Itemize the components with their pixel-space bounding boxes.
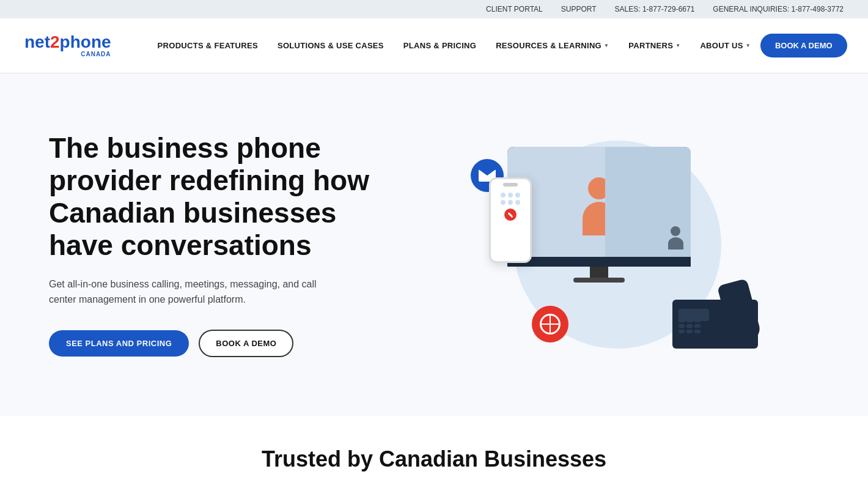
nav-links: PRODUCTS & FEATURES SOLUTIONS & USE CASE… bbox=[148, 35, 760, 56]
phone-end-call bbox=[504, 209, 517, 221]
logo-2: 2 bbox=[50, 32, 60, 51]
logo-phone: phone bbox=[60, 32, 111, 51]
desk-phone bbox=[672, 281, 758, 349]
nav-plans[interactable]: PLANS & PRICING bbox=[394, 35, 486, 56]
trusted-title: Trusted by Canadian Businesses bbox=[24, 446, 844, 472]
chevron-down-icon: ▼ bbox=[746, 43, 751, 48]
inquiries-link[interactable]: GENERAL INQUIRIES: 1-877-498-3772 bbox=[713, 5, 844, 13]
phone-dot bbox=[515, 200, 520, 205]
dp-key bbox=[679, 324, 685, 328]
phone-row-2 bbox=[495, 200, 526, 205]
hero-illustration bbox=[391, 116, 844, 373]
dp-base bbox=[672, 300, 758, 349]
support-link[interactable]: SUPPORT bbox=[561, 5, 597, 13]
monitor-foot bbox=[573, 278, 625, 283]
dp-key bbox=[679, 319, 685, 322]
dp-key bbox=[694, 324, 701, 328]
phone-dot bbox=[501, 200, 506, 205]
hero-subtitle: Get all-in-one business calling, meeting… bbox=[49, 276, 342, 308]
dp-key bbox=[694, 319, 701, 322]
monitor-stand bbox=[590, 267, 608, 279]
hero-content: The business phone provider redefining h… bbox=[49, 132, 391, 357]
see-plans-button[interactable]: SEE PLANS AND PRICING bbox=[49, 330, 189, 357]
chevron-down-icon: ▼ bbox=[675, 43, 680, 48]
dp-key bbox=[686, 319, 693, 322]
dp-key bbox=[679, 330, 685, 333]
hero-buttons: SEE PLANS AND PRICING BOOK A DEMO bbox=[49, 330, 391, 357]
phone-row bbox=[495, 193, 526, 198]
small-person bbox=[666, 226, 685, 251]
dp-key bbox=[694, 330, 701, 333]
dp-key bbox=[686, 324, 693, 328]
phone-dot bbox=[501, 193, 506, 198]
monitor-screen bbox=[507, 147, 691, 257]
navbar: net2phone CANADA PRODUCTS & FEATURES SOL… bbox=[0, 18, 868, 73]
mobile-phone bbox=[489, 177, 532, 263]
nav-partners[interactable]: PARTNERS ▼ bbox=[619, 35, 690, 56]
nav-book-demo-button[interactable]: BOOK A DEMO bbox=[760, 34, 847, 57]
top-bar: CLIENT PORTAL SUPPORT SALES: 1-877-729-6… bbox=[0, 0, 868, 18]
hero-title: The business phone provider redefining h… bbox=[49, 132, 391, 262]
trusted-section: Trusted by Canadian Businesses bbox=[0, 416, 868, 477]
logo-canada: CANADA bbox=[26, 51, 111, 57]
globe-bubble bbox=[532, 306, 568, 342]
nav-solutions[interactable]: SOLUTIONS & USE CASES bbox=[268, 35, 394, 56]
nav-products[interactable]: PRODUCTS & FEATURES bbox=[148, 35, 268, 56]
sp-head bbox=[671, 226, 680, 236]
chevron-down-icon: ▼ bbox=[604, 43, 609, 48]
logo[interactable]: net2phone CANADA bbox=[24, 34, 111, 57]
logo-net: net bbox=[24, 32, 50, 51]
hero-section: The business phone provider redefining h… bbox=[0, 73, 868, 416]
monitor-base bbox=[507, 257, 691, 267]
nav-about[interactable]: ABOUT US ▼ bbox=[690, 35, 760, 56]
globe-icon bbox=[540, 314, 561, 335]
phone-notch bbox=[503, 183, 518, 187]
illustration-wrap bbox=[477, 128, 758, 361]
phone-dot bbox=[508, 200, 513, 205]
sp-body bbox=[668, 237, 683, 250]
sales-link[interactable]: SALES: 1-877-729-6671 bbox=[615, 5, 695, 13]
client-portal-link[interactable]: CLIENT PORTAL bbox=[486, 5, 543, 13]
book-demo-button[interactable]: BOOK A DEMO bbox=[199, 330, 293, 357]
phone-dot bbox=[508, 193, 513, 198]
phone-dot bbox=[515, 193, 520, 198]
nav-resources[interactable]: RESOURCES & LEARNING ▼ bbox=[486, 35, 619, 56]
dp-keys bbox=[679, 319, 701, 333]
monitor bbox=[507, 147, 691, 267]
dp-key bbox=[686, 330, 693, 333]
phone-screen bbox=[491, 190, 530, 227]
